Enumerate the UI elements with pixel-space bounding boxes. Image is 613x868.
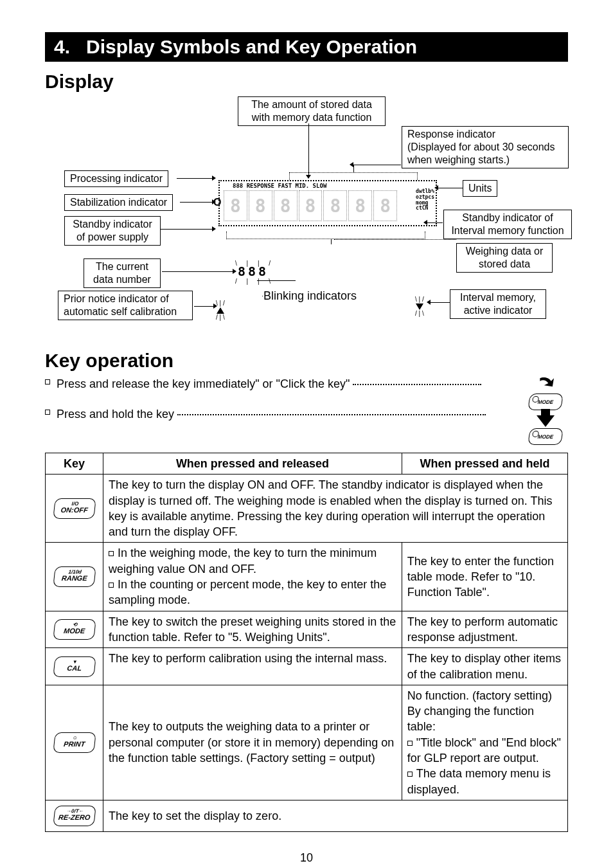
table-row: ▼ CAL The key to perform calibration usi… [46, 648, 568, 685]
mode-key-icon: ⟲ MODE [53, 619, 96, 640]
page-number: 10 [45, 851, 568, 865]
dotted-bracket [289, 172, 418, 180]
cal-key-icon: ▼ CAL [53, 656, 96, 677]
cell-rezero-desc: The key to set the display to zero. [103, 800, 568, 831]
label-stored-data: The amount of stored data with memory da… [238, 96, 386, 126]
mode-key-illustration: MODE MODE [523, 375, 568, 445]
cell-print-held: No function. (factory setting) By changi… [402, 685, 567, 800]
table-row: I/O ON:OFF The key to turn the display O… [46, 475, 568, 543]
arrow [308, 123, 309, 175]
keyop-press-hold: Press and hold the key [45, 406, 523, 423]
mode-button-icon: MODE [528, 393, 564, 410]
range-key-icon: 1/10d RANGE [53, 566, 96, 587]
lcd-digits [224, 190, 397, 221]
lcd-top-row: 888 RESPONSE FAST MID. SLOW [233, 183, 326, 189]
label-response-indicator: Response indicator (Displayed for about … [402, 126, 569, 168]
label-standby-interval: Standby indicator of Interval memory fun… [443, 210, 572, 239]
cell-cal-held: The key to display other items of the ca… [402, 648, 567, 685]
section-number: 4. [54, 36, 70, 57]
cell-mode-held: The key to perform automatic response ad… [402, 611, 567, 648]
label-prior-notice: Prior notice indicator of automatic self… [58, 291, 193, 320]
label-weighing-data: Weighing data or stored data [456, 243, 553, 273]
list-bullet-icon [109, 583, 114, 588]
list-bullet-icon [407, 772, 413, 777]
rezero-key-icon: →0/T← RE-ZERO [53, 806, 96, 826]
table-row: →0/T← RE-ZERO The key to set the display… [46, 800, 568, 831]
print-key-icon: ☺ PRINT [53, 732, 96, 753]
table-row: 1/10d RANGE In the weighing mode, the ke… [46, 543, 568, 611]
list-bullet-icon [407, 741, 413, 746]
mode-button-icon: MODE [528, 428, 564, 445]
th-pressed: When pressed and released [103, 453, 402, 475]
section-banner: 4. Display Symbols and Key Operation [45, 32, 568, 62]
display-diagram: The amount of stored data with memory da… [45, 96, 568, 341]
lcd-display: 888 RESPONSE FAST MID. SLOW dwtlb% oztpc… [218, 180, 437, 226]
bullet-icon [45, 410, 50, 415]
label-processing: Processing indicator [64, 170, 168, 187]
cell-cal-pressed: The key to perform calibration using the… [103, 648, 402, 685]
label-current-num: The current data number [84, 258, 161, 288]
cell-range-held: The key to enter the function table mode… [402, 543, 567, 611]
label-blinking: Blinking indicators [263, 289, 357, 303]
cell-print-pressed: The key to outputs the weighing data to … [103, 685, 402, 800]
section-title: Display Symbols and Key Operation [86, 36, 417, 57]
arrow-hold-icon [537, 415, 555, 427]
display-heading: Display [45, 71, 568, 93]
label-units: Units [463, 180, 497, 197]
cell-range-pressed: In the weighing mode, the key to turn th… [103, 543, 402, 611]
table-row: ⟲ MODE The key to switch the preset weig… [46, 611, 568, 648]
th-held: When pressed and held [402, 453, 567, 475]
keyop-press-release: Press and release the key immediately" o… [45, 375, 523, 393]
cell-onoff-desc: The key to turn the display ON and OFF. … [103, 475, 568, 543]
key-function-table: Key When pressed and released When press… [45, 453, 568, 832]
th-key: Key [46, 453, 103, 475]
bullet-icon [45, 379, 50, 384]
label-standby-power: Standby indicator of power supply [64, 216, 161, 246]
keyop-heading: Key operation [45, 350, 568, 372]
list-bullet-icon [109, 551, 114, 556]
table-row: ☺ PRINT The key to outputs the weighing … [46, 685, 568, 800]
label-interval-active: Interval memory, active indicator [450, 289, 546, 319]
label-stabilization: Stabilization indicator [64, 194, 173, 211]
blinking-triangle-right: \ | / / | \ [415, 297, 424, 316]
onoff-key-icon: I/O ON:OFF [53, 498, 96, 519]
blinking-triangle-left: \ | / / | \ [216, 301, 225, 320]
lcd-unit-labels: dwtlb% oztpcs momg ctCN [416, 189, 434, 212]
arrow-click-icon [537, 375, 554, 392]
cell-mode-pressed: The key to switch the preset weighing un… [103, 611, 402, 648]
